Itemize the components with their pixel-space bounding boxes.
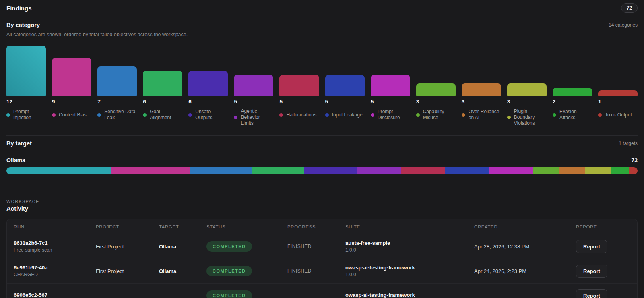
category-column: 3 Plugin Boundary Violations: [507, 46, 547, 126]
legend-label: Over-Reliance on AI: [469, 109, 501, 121]
status-cell: COMPLETED: [206, 290, 287, 298]
report-button[interactable]: Report: [576, 265, 607, 278]
category-bar[interactable]: [97, 66, 137, 96]
bar-area: [234, 46, 273, 96]
category-count: 14 categories: [609, 22, 638, 28]
report-button[interactable]: Report: [576, 289, 607, 298]
target-bar-segment: [629, 167, 638, 174]
category-column: 9 Content Bias: [52, 46, 91, 126]
run-id: 8631a2b6-7c1: [14, 240, 96, 246]
category-legend: Prompt Disclosure: [371, 108, 410, 121]
findings-total-badge: 72: [621, 3, 638, 13]
legend-dot-icon: [462, 113, 465, 117]
col-header-target: TARGET: [159, 224, 206, 229]
target-bar-segment: [357, 167, 401, 174]
category-bar[interactable]: [371, 75, 410, 96]
legend-dot-icon: [143, 113, 147, 117]
legend-label: Agentic Behavior Limits: [241, 108, 273, 126]
category-value: 5: [279, 99, 319, 105]
category-legend: Toxic Output: [598, 108, 638, 121]
category-legend: Goal Alignment: [143, 108, 182, 121]
target-cell: Ollama: [159, 244, 206, 250]
table-row[interactable]: 6906e5c2-567 COMPLETED owasp-ai-testing-…: [7, 284, 637, 298]
activity-table-body: 8631a2b6-7c1 Free sample scan First Proj…: [7, 234, 637, 298]
target-row[interactable]: Ollama 72: [6, 152, 638, 163]
category-bar[interactable]: [143, 71, 182, 96]
legend-label: Input Leakage: [332, 112, 363, 118]
bar-area: [507, 46, 547, 96]
bar-area: [462, 46, 501, 96]
category-legend: Plugin Boundary Violations: [507, 108, 547, 126]
category-value: 9: [52, 99, 91, 105]
legend-label: Sensitive Data Leak: [104, 109, 137, 121]
category-legend: Agentic Behavior Limits: [234, 108, 273, 126]
bar-area: [188, 46, 228, 96]
col-header-status: STATUS: [206, 224, 287, 229]
target-bar-segment: [489, 167, 533, 174]
category-legend: Evasion Attacks: [553, 108, 592, 121]
target-bar-segment: [304, 167, 357, 174]
category-value: 3: [416, 99, 456, 105]
category-column: 3 Over-Reliance on AI: [462, 46, 501, 126]
category-bar[interactable]: [507, 83, 547, 96]
by-category-title: By category: [6, 22, 40, 28]
category-column: 5 Hallucinations: [279, 46, 319, 126]
category-bar[interactable]: [52, 58, 91, 96]
suite-cell: owasp-ai-testing-framework: [345, 292, 474, 298]
bar-area: [52, 46, 91, 96]
category-bar[interactable]: [598, 90, 638, 96]
target-bar-segment: [190, 167, 252, 174]
category-column: 6 Unsafe Outputs: [188, 46, 228, 126]
category-bar[interactable]: [553, 88, 592, 96]
category-legend: Content Bias: [52, 108, 91, 121]
category-bar[interactable]: [279, 75, 319, 96]
category-bar[interactable]: [416, 83, 456, 96]
status-cell: COMPLETED: [206, 266, 287, 276]
bar-area: [97, 46, 137, 96]
by-target-title: By target: [6, 140, 32, 147]
legend-label: Plugin Boundary Violations: [514, 108, 547, 126]
category-bar[interactable]: [234, 75, 273, 96]
report-cell: Report: [576, 289, 630, 298]
table-row[interactable]: 8631a2b6-7c1 Free sample scan First Proj…: [7, 234, 637, 259]
target-bar-segment: [559, 167, 585, 174]
target-name: Ollama: [6, 157, 25, 163]
activity-table: RUN PROJECT TARGET STATUS PROGRESS SUITE…: [6, 219, 638, 298]
suite-version: 1.0.0: [345, 272, 474, 277]
status-badge: COMPLETED: [206, 290, 252, 298]
category-bar-chart: 12 Prompt Injection 9 Content Bias 7 Sen…: [6, 46, 638, 126]
run-sublabel: CHARGED: [14, 272, 96, 277]
suite-name: owasp-ai-testing-framework: [345, 265, 474, 271]
category-column: 5 Input Leakage: [325, 46, 365, 126]
target-count: 1 targets: [619, 141, 638, 146]
target-bar-segment: [252, 167, 305, 174]
target-cell: Ollama: [159, 268, 206, 274]
target-bar-segment: [445, 167, 489, 174]
suite-version: 1.0.0: [345, 247, 474, 253]
category-bar[interactable]: [6, 46, 46, 96]
category-bar[interactable]: [462, 83, 501, 96]
legend-dot-icon: [371, 113, 374, 117]
col-header-report: REPORT: [576, 224, 630, 229]
legend-label: Prompt Injection: [13, 109, 46, 121]
category-legend: Prompt Injection: [6, 108, 46, 121]
run-cell: 6906e5c2-567: [14, 292, 96, 298]
category-legend: Hallucinations: [279, 108, 319, 121]
legend-dot-icon: [279, 113, 283, 117]
legend-dot-icon: [598, 113, 602, 117]
category-value: 6: [188, 99, 228, 105]
category-bar[interactable]: [325, 75, 365, 96]
table-row[interactable]: 6e961b97-40a CHARGED First Project Ollam…: [7, 259, 637, 284]
bar-area: [143, 46, 182, 96]
category-bar[interactable]: [188, 71, 228, 96]
status-badge: COMPLETED: [206, 266, 252, 276]
created-cell: Apr 24, 2026, 2:23 PM: [474, 268, 576, 274]
category-legend: Unsafe Outputs: [188, 108, 228, 121]
legend-dot-icon: [52, 113, 56, 117]
run-sublabel: Free sample scan: [14, 247, 96, 253]
target-total: 72: [631, 157, 638, 163]
by-category-subtitle: All categories are shown, ordered by tot…: [6, 32, 638, 37]
report-button[interactable]: Report: [576, 240, 607, 253]
legend-dot-icon: [97, 113, 101, 117]
category-value: 3: [462, 99, 501, 105]
